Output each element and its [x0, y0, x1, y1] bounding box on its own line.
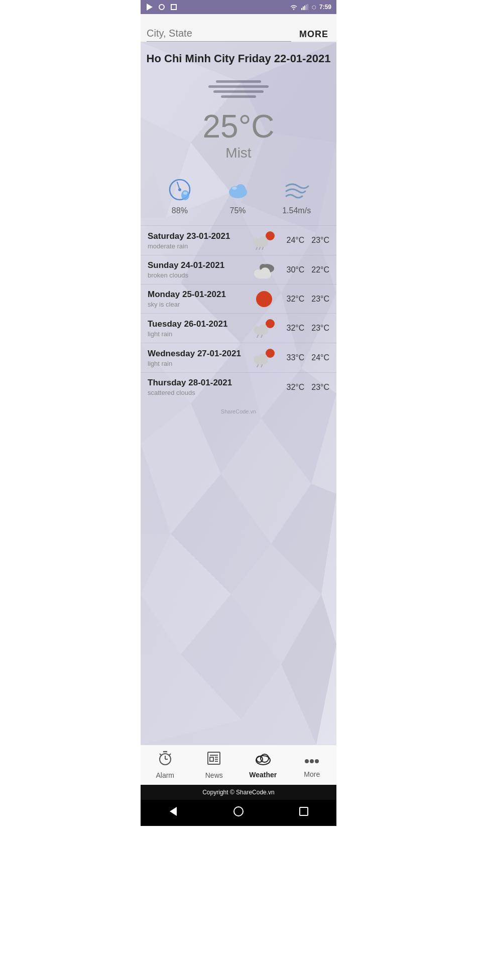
forecast-row: Tuesday 26-01-2021 light rain 32° — [141, 313, 336, 343]
news-icon — [206, 751, 221, 769]
forecast-condition: scattered clouds — [148, 389, 252, 396]
svg-line-53 — [262, 247, 263, 250]
condition-display: Mist — [141, 145, 336, 171]
forecast-day-name: Sunday 24-01-2021 — [148, 260, 252, 270]
more-dots-icon — [303, 752, 320, 768]
copyright-bar: Copyright © ShareCode.vn — [141, 785, 336, 800]
nav-item-news[interactable]: News — [190, 745, 239, 785]
svg-point-89 — [315, 759, 319, 763]
svg-rect-92 — [300, 807, 308, 815]
status-bar: ⬡ 7:59 — [141, 0, 336, 14]
mist-line-1 — [216, 80, 261, 83]
mist-line-4 — [221, 95, 256, 98]
svg-marker-0 — [147, 4, 153, 11]
nav-weather-label: Weather — [249, 771, 277, 779]
temp-high: 24°C — [287, 236, 305, 245]
precipitation-stat: 75% — [224, 176, 252, 215]
svg-point-1 — [159, 5, 164, 10]
weather-content: Ho Chi Minh City Friday 22-01-2021 25°C … — [141, 42, 336, 457]
copyright-text: Copyright © ShareCode.vn — [202, 789, 275, 796]
svg-rect-2 — [171, 5, 176, 10]
city-state-input[interactable] — [147, 28, 291, 42]
svg-point-87 — [305, 759, 309, 763]
system-nav-bar — [141, 800, 336, 826]
svg-point-41 — [183, 192, 187, 195]
home-button[interactable] — [229, 802, 248, 824]
humidity-stat: 88% — [166, 176, 193, 215]
svg-rect-80 — [210, 757, 213, 761]
forecast-icon — [252, 231, 276, 250]
header: MORE — [141, 14, 336, 42]
svg-line-64 — [257, 335, 258, 338]
svg-line-71 — [261, 365, 262, 367]
forecast-temps: 32°C 23°C — [279, 295, 329, 304]
forecast-day-name: Monday 25-01-2021 — [148, 290, 252, 300]
svg-point-63 — [259, 324, 268, 333]
forecast-row: Monday 25-01-2021 sky is clear 32°C 23°C — [141, 284, 336, 313]
more-header-button[interactable]: MORE — [291, 29, 330, 42]
nav-item-weather[interactable]: Weather — [238, 745, 288, 785]
svg-rect-4 — [301, 8, 302, 10]
cloud-percent-icon — [225, 177, 251, 202]
scattered-cloud-weather-icon — [253, 379, 275, 396]
precipitation-value: 75% — [230, 206, 246, 215]
light-rain-weather-icon — [253, 319, 275, 338]
svg-rect-6 — [304, 6, 305, 10]
back-button[interactable] — [164, 802, 183, 824]
svg-line-65 — [261, 335, 262, 338]
circle-icon — [158, 3, 166, 11]
forecast-row: Sunday 24-01-2021 broken clouds 30°C — [141, 255, 336, 284]
temp-high: 30°C — [287, 265, 305, 274]
temp-high: 32°C — [287, 295, 305, 304]
humidity-value: 88% — [172, 206, 188, 215]
rain-sun-weather-icon — [253, 231, 275, 250]
temp-high: 33°C — [287, 353, 305, 362]
temp-low: 22°C — [311, 265, 329, 274]
svg-line-52 — [259, 247, 260, 250]
forecast-icon — [252, 348, 276, 367]
play-icon — [146, 3, 154, 11]
svg-point-58 — [260, 267, 270, 277]
svg-point-50 — [259, 236, 268, 245]
svg-line-76 — [169, 754, 171, 756]
status-bar-right: ⬡ 7:59 — [290, 3, 331, 11]
weather-main: Ho Chi Minh City Friday 22-01-2021 25°C … — [141, 42, 336, 745]
nav-item-more[interactable]: More — [288, 745, 337, 785]
clear-sky-weather-icon — [255, 290, 273, 308]
sharecode-logo: ⬡ — [312, 5, 316, 10]
forecast-icon — [252, 261, 276, 278]
nav-alarm-label: Alarm — [156, 771, 174, 779]
watermark: ShareCode.vn — [141, 406, 336, 416]
svg-point-46 — [232, 187, 237, 190]
svg-line-51 — [256, 247, 257, 250]
forecast-condition: light rain — [148, 360, 252, 367]
mist-line-2 — [208, 85, 269, 88]
temp-low: 23°C — [311, 324, 329, 333]
nav-item-alarm[interactable]: Alarm — [141, 745, 190, 785]
svg-line-70 — [257, 365, 258, 367]
spacer — [141, 416, 336, 457]
forecast-temps: 33°C 24°C — [279, 353, 329, 362]
light-rain-2-weather-icon — [253, 348, 275, 367]
square-icon — [170, 3, 178, 11]
forecast-day-info: Monday 25-01-2021 sky is clear — [148, 290, 252, 308]
cloud-icon-wrap — [224, 176, 252, 203]
forecast-day-name: Tuesday 26-01-2021 — [148, 319, 252, 329]
recents-button[interactable] — [294, 802, 313, 824]
temp-low: 23°C — [311, 383, 329, 392]
temp-low: 23°C — [311, 236, 329, 245]
svg-point-88 — [310, 759, 314, 763]
wind-icon — [283, 177, 310, 202]
forecast-row: Wednesday 27-01-2021 light rain 3 — [141, 343, 336, 372]
forecast-day-name: Saturday 23-01-2021 — [148, 231, 252, 241]
bottom-nav: Alarm News Weather — [141, 745, 336, 785]
forecast-day-info: Sunday 24-01-2021 broken clouds — [148, 260, 252, 279]
forecast-condition: moderate rain — [148, 242, 252, 250]
forecast-icon — [252, 379, 276, 396]
forecast-row: Saturday 23-01-2021 moderate rain — [141, 225, 336, 255]
forecast-icon — [252, 319, 276, 338]
status-time: 7:59 — [319, 4, 331, 11]
wind-stat: 1.54m/s — [282, 176, 311, 215]
svg-rect-8 — [307, 4, 308, 10]
mist-icon — [208, 80, 269, 98]
